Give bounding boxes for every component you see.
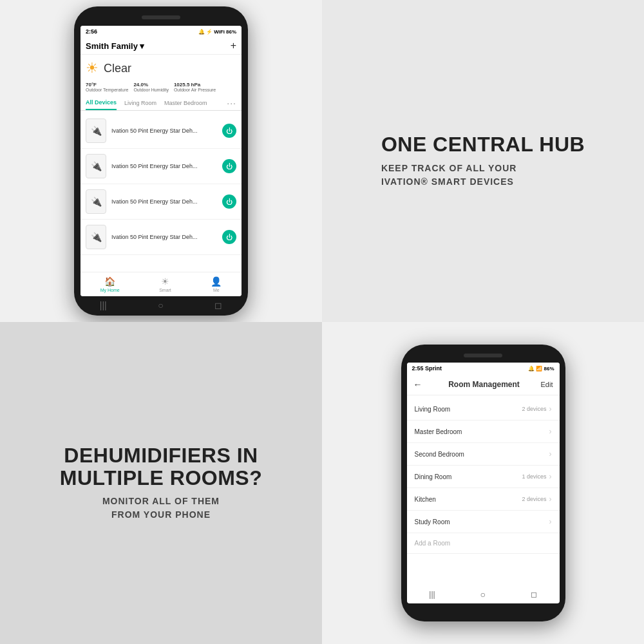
android-bar-2: ||| ○ ◻	[407, 588, 560, 601]
device-name-2: Ivation 50 Pint Energy Star Deh...	[111, 163, 217, 169]
weather-pressure: 1025.5 hPa	[174, 82, 216, 88]
room-list: Living Room 2 devices › Master Bedroom ›…	[407, 395, 560, 556]
chevron-kitchen: ›	[549, 495, 552, 504]
weather-details: 70°F Outdoor Temperature 24.0% Outdoor H…	[80, 82, 242, 96]
power-btn-1[interactable]: ⏻	[222, 124, 236, 138]
room-item-add[interactable]: Add a Room	[407, 533, 560, 554]
room-item-second[interactable]: Second Bedroom ›	[407, 443, 560, 466]
family-name: Smith Family	[86, 41, 138, 51]
room-name-master: Master Bedroom	[415, 428, 547, 435]
room-item-master[interactable]: Master Bedroom ›	[407, 421, 560, 443]
weather-temp-label: Outdoor Temperature	[86, 88, 128, 92]
room-name-dining: Dining Room	[415, 473, 522, 480]
device-name-4: Ivation 50 Pint Energy Star Deh...	[111, 234, 217, 240]
nav-smart[interactable]: ☀ Smart	[159, 276, 171, 292]
device-icon-1: 🔌	[86, 118, 106, 143]
power-btn-4[interactable]: ⏻	[222, 230, 236, 244]
smart-nav-icon: ☀	[161, 276, 169, 287]
android-bar-1: ||| ○ ◻	[74, 299, 248, 312]
device-item-3: 🔌 Ivation 50 Pint Energy Star Deh... ⏻	[80, 184, 242, 220]
hub-text: ONE CENTRAL HUB KEEP TRACK OF ALL YOURIV…	[381, 133, 585, 188]
tabs-bar: All Devices Living Room Master Bedroom ·…	[80, 96, 242, 111]
device-name-3: Ivation 50 Pint Energy Star Deh...	[111, 198, 217, 205]
android-recent-1[interactable]: ◻	[214, 300, 222, 310]
weather-pressure-item: 1025.5 hPa Outdoor Air Pressure	[174, 82, 216, 92]
dropdown-arrow: ▾	[140, 41, 144, 51]
phone-notch	[142, 15, 180, 19]
tab-more[interactable]: ···	[227, 98, 236, 108]
top-left-section: 2:56 🔔 ⚡ WiFi 86% Smith Family ▾ + ☀	[0, 0, 322, 322]
android-recent-2[interactable]: ◻	[531, 590, 537, 599]
nav-me-label: Me	[213, 288, 220, 292]
chevron-study: ›	[549, 517, 552, 526]
android-home-1[interactable]: ○	[158, 300, 163, 310]
weather-temp-item: 70°F Outdoor Temperature	[86, 82, 128, 92]
app-title-1: Smith Family ▾	[86, 41, 144, 51]
weather-section: ☀ Clear	[80, 55, 242, 82]
me-nav-icon: 👤	[211, 276, 222, 287]
device-icon-3: 🔌	[86, 189, 106, 214]
app-header-1: Smith Family ▾ +	[80, 37, 242, 55]
status-icons-1: 🔔 ⚡ WiFi 86%	[198, 29, 236, 35]
top-right-section: ONE CENTRAL HUB KEEP TRACK OF ALL YOURIV…	[322, 0, 644, 322]
dehumidifier-subtext: MONITOR ALL OF THEMFROM YOUR PHONE	[60, 495, 262, 522]
back-button[interactable]: ←	[413, 379, 422, 390]
android-back-2[interactable]: |||	[429, 590, 435, 599]
weather-humidity-label: Outdoor Humidity	[133, 88, 168, 92]
room-item-kitchen[interactable]: Kitchen 2 devices ›	[407, 488, 560, 511]
room-name-study: Study Room	[415, 518, 547, 526]
nav-my-home[interactable]: 🏠 My Home	[100, 276, 120, 292]
room-mgmt-header: ← Room Management Edit	[407, 374, 560, 395]
device-icon-2: 🔌	[86, 154, 106, 178]
add-button[interactable]: +	[231, 40, 236, 52]
status-icons-2: 🔔 📶 86%	[528, 366, 554, 372]
room-item-dining[interactable]: Dining Room 1 devices ›	[407, 466, 560, 488]
room-name-kitchen: Kitchen	[415, 496, 522, 503]
tab-all-devices[interactable]: All Devices	[86, 96, 117, 110]
room-mgmt-title: Room Management	[428, 380, 541, 389]
room-item-study[interactable]: Study Room ›	[407, 511, 560, 533]
phone-2: 2:55 Sprint 🔔 📶 86% ← Room Management Ed…	[401, 345, 565, 621]
nav-smart-label: Smart	[159, 288, 171, 292]
weather-pressure-label: Outdoor Air Pressure	[174, 88, 216, 92]
status-bar-1: 2:56 🔔 ⚡ WiFi 86%	[80, 26, 242, 37]
nav-me[interactable]: 👤 Me	[211, 276, 222, 292]
status-bar-2: 2:55 Sprint 🔔 📶 86%	[407, 363, 560, 374]
home-nav-icon: 🏠	[104, 276, 115, 287]
sun-icon: ☀	[86, 60, 99, 77]
device-icon-4: 🔌	[86, 225, 106, 249]
device-item-4: 🔌 Ivation 50 Pint Energy Star Deh... ⏻	[80, 220, 242, 255]
room-devices-dining: 1 devices	[522, 473, 546, 480]
weather-label: Clear	[104, 62, 131, 75]
phone-1: 2:56 🔔 ⚡ WiFi 86% Smith Family ▾ + ☀	[74, 6, 248, 316]
nav-home-label: My Home	[100, 288, 120, 292]
room-devices-living: 2 devices	[522, 406, 546, 412]
room-item-living[interactable]: Living Room 2 devices ›	[407, 398, 560, 421]
bottom-left-section: DEHUMIDIFIERS INMULTIPLE ROOMS? MONITOR …	[0, 322, 322, 644]
hub-subtext: KEEP TRACK OF ALL YOURIVATION® SMART DEV…	[381, 162, 585, 189]
add-room-label: Add a Room	[415, 540, 451, 547]
device-item-1: 🔌 Ivation 50 Pint Energy Star Deh... ⏻	[80, 113, 242, 149]
bottom-right-section: 2:55 Sprint 🔔 📶 86% ← Room Management Ed…	[322, 322, 644, 644]
chevron-second: ›	[549, 450, 552, 459]
power-btn-3[interactable]: ⏻	[222, 194, 236, 209]
room-name-second: Second Bedroom	[415, 451, 547, 458]
device-list: 🔌 Ivation 50 Pint Energy Star Deh... ⏻ 🔌…	[80, 111, 242, 258]
bottom-nav: 🏠 My Home ☀ Smart 👤 Me	[80, 272, 242, 296]
dehumidifier-heading: DEHUMIDIFIERS INMULTIPLE ROOMS?	[60, 444, 262, 489]
chevron-dining: ›	[549, 472, 552, 481]
edit-button[interactable]: Edit	[541, 381, 553, 388]
device-name-1: Ivation 50 Pint Energy Star Deh...	[111, 128, 217, 134]
tab-master-bedroom[interactable]: Master Bedroom	[164, 97, 207, 109]
phone-1-screen: 2:56 🔔 ⚡ WiFi 86% Smith Family ▾ + ☀	[80, 26, 242, 296]
hub-heading: ONE CENTRAL HUB	[381, 133, 585, 156]
tab-living-room[interactable]: Living Room	[124, 97, 156, 109]
room-name-living: Living Room	[415, 406, 522, 413]
chevron-master: ›	[549, 427, 552, 436]
device-item-2: 🔌 Ivation 50 Pint Energy Star Deh... ⏻	[80, 149, 242, 184]
chevron-living: ›	[549, 404, 552, 413]
android-back-1[interactable]: |||	[100, 300, 107, 310]
power-btn-2[interactable]: ⏻	[222, 159, 236, 173]
status-time-2: 2:55 Sprint	[412, 365, 442, 372]
android-home-2[interactable]: ○	[480, 589, 485, 600]
